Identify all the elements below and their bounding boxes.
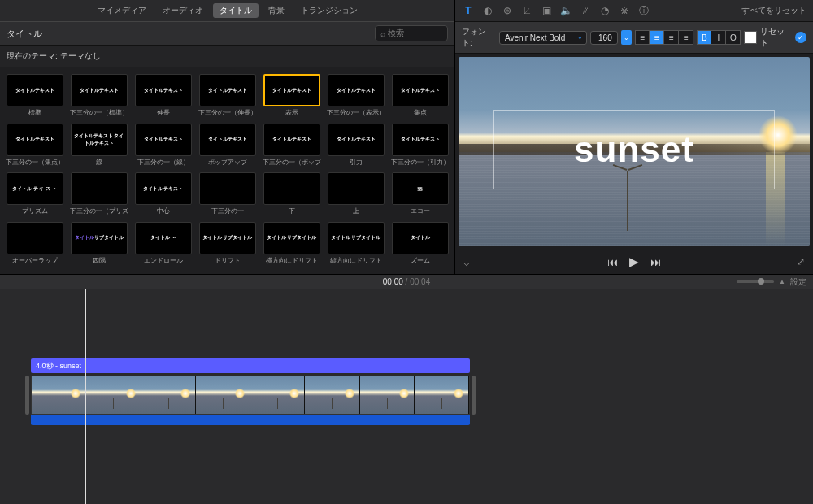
title-bounding-box[interactable]: sunset [493, 110, 775, 189]
title-preset-thumb: タイトルテキスト [135, 124, 192, 156]
title-preset-item[interactable]: タイトルテキスト下三分の一（引力） [389, 124, 451, 170]
title-preset-item[interactable]: タイトルズーム [389, 222, 451, 268]
time-current: 00:00 [383, 277, 403, 286]
title-preset-label: 下三分の一（伸長） [198, 108, 257, 117]
title-text[interactable]: sunset [574, 129, 694, 170]
stabilize-icon[interactable]: ▣ [540, 4, 553, 17]
timeline-body[interactable]: 4.0秒 - sunset [0, 289, 813, 504]
playhead[interactable] [85, 289, 86, 504]
title-preset-item[interactable]: タイトルテキスト表示 [260, 74, 323, 120]
audio-clip[interactable] [31, 415, 470, 425]
title-preset-thumb: タイトルテキスト [7, 124, 63, 156]
fullscreen-icon[interactable]: ⤢ [797, 256, 805, 267]
font-size-input[interactable]: 160 [590, 31, 618, 45]
title-preset-item[interactable]: タイトルテキスト下三分の一（表示） [324, 74, 387, 120]
title-preset-item[interactable]: —下三分の一 [196, 172, 259, 219]
crop-icon[interactable]: ⟀ [520, 4, 533, 17]
text-inspector-icon[interactable]: T [462, 4, 475, 17]
title-preset-thumb: タイトル [392, 222, 449, 254]
video-frame-thumb [86, 376, 141, 414]
mic-icon[interactable]: ⌵ [463, 256, 470, 268]
title-preset-label: プリズム [22, 206, 48, 215]
video-frame-thumb [196, 376, 250, 414]
settings-button[interactable]: 設定 [790, 276, 806, 288]
clip-handle-right[interactable] [472, 376, 476, 415]
reset-all-button[interactable]: すべてをリセット [741, 5, 806, 16]
align-left-button[interactable]: ≡ [635, 30, 650, 45]
info-icon[interactable]: ⓘ [637, 4, 650, 17]
clip-handle-left[interactable] [25, 376, 29, 415]
media-browser-panel: マイメディアオーディオタイトル背景トランジション タイトル ⌕ 検索 現在のテー… [0, 0, 455, 274]
title-preset-item[interactable]: オーバーラップ [3, 222, 66, 268]
video-clip[interactable] [31, 376, 470, 415]
title-preset-item[interactable]: タイトルテキスト下三分の一（伸長） [196, 74, 259, 120]
title-preset-item[interactable]: タイトル テキスト中心 [132, 172, 194, 219]
title-preset-label: ポップアップ [208, 158, 247, 167]
title-preset-item[interactable]: タイトルテキスト下三分の一（集点） [3, 124, 66, 170]
italic-button[interactable]: I [711, 30, 726, 45]
title-preset-thumb: タイトルテキスト タイトルテキスト [71, 124, 128, 156]
title-preset-label: 縦方向にドリフト [330, 256, 382, 265]
zoom-slider[interactable] [737, 280, 774, 283]
title-preset-item[interactable]: タイトルテキスト伸長 [132, 74, 194, 120]
bold-button[interactable]: B [697, 30, 711, 45]
align-justify-button[interactable]: ≡ [679, 30, 693, 45]
effects-icon[interactable]: ※ [618, 4, 631, 17]
prev-button[interactable]: ⏮ [607, 256, 618, 268]
preview-viewport[interactable]: sunset [459, 57, 810, 246]
volume-icon[interactable]: 🔈 [559, 4, 572, 17]
title-preset-thumb: タイトル サブタイトル [263, 222, 320, 254]
title-preset-item[interactable]: §§エコー [389, 172, 451, 219]
title-preset-item[interactable]: タイトル サブタイトルドリフト [196, 222, 259, 268]
title-preset-label: ズーム [411, 256, 430, 265]
title-preset-label: 横方向にドリフト [266, 256, 318, 265]
title-preset-item[interactable]: タイトルサブタイトル四隅 [67, 222, 130, 268]
title-preset-item[interactable]: タイトルテキスト標準 [3, 74, 66, 120]
title-preset-label: エコー [411, 206, 430, 215]
title-preset-label: 下三分の一（表示） [327, 108, 385, 117]
media-tab-4[interactable]: トランジション [294, 3, 364, 18]
color-icon[interactable]: ⊛ [501, 4, 514, 17]
align-right-button[interactable]: ≡ [664, 30, 679, 45]
title-preset-item[interactable]: タイトルテキストポップアップ [196, 124, 259, 170]
title-preset-item[interactable]: タイトルテキスト下三分の一（線） [132, 124, 194, 170]
media-tab-0[interactable]: マイメディア [91, 3, 153, 18]
media-tab-3[interactable]: 背景 [262, 3, 291, 18]
media-tab-1[interactable]: オーディオ [156, 3, 210, 18]
title-preset-label: 上 [353, 206, 359, 215]
font-select[interactable]: Avenir Next Bold ⌄ [499, 31, 587, 45]
title-preset-item[interactable]: タイトルテキスト下三分の一（標準） [67, 74, 130, 120]
speed-icon[interactable]: ◔ [598, 4, 611, 17]
title-preset-item[interactable]: タイトルテキスト下三分の一（ポップアップ） [260, 124, 323, 170]
video-frame-thumb [250, 376, 305, 414]
media-tab-2[interactable]: タイトル [213, 3, 259, 18]
title-clip[interactable]: 4.0秒 - sunset [31, 358, 470, 373]
title-preset-label: 伸長 [157, 108, 170, 117]
play-button[interactable]: ▶ [629, 254, 639, 269]
title-preset-item[interactable]: タイトルテキスト引力 [324, 124, 387, 170]
title-preset-thumb: タイトルテキスト [7, 74, 63, 106]
video-frame-thumb [141, 376, 196, 414]
outline-button[interactable]: O [726, 30, 741, 45]
title-preset-item[interactable]: タイトル サブタイトル縦方向にドリフト [324, 222, 387, 268]
noise-icon[interactable]: ⫽ [579, 4, 592, 17]
title-preset-item[interactable]: タイトルテキスト集点 [389, 74, 451, 120]
reset-button[interactable]: リセット ✓ [760, 26, 806, 49]
title-preset-label: 引力 [350, 158, 363, 167]
text-color-swatch[interactable] [744, 31, 757, 44]
next-button[interactable]: ⏭ [650, 256, 661, 268]
search-input[interactable]: ⌕ 検索 [375, 25, 448, 41]
title-preset-item[interactable]: —下 [260, 172, 323, 219]
title-preset-item[interactable]: 下三分の一（プリズム） [67, 172, 130, 219]
align-center-button[interactable]: ≡ [650, 30, 664, 45]
title-preset-item[interactable]: タイトル ···エンドロール [132, 222, 194, 268]
title-preset-thumb: タイトルテキスト [199, 124, 256, 156]
title-preset-item[interactable]: —上 [324, 172, 387, 219]
preview-panel: T ◐ ⊛ ⟀ ▣ 🔈 ⫽ ◔ ※ ⓘ すべてをリセット フォント: Aveni… [455, 0, 813, 274]
filter-icon[interactable]: ◐ [481, 4, 494, 17]
title-preset-label: 四隅 [93, 256, 106, 265]
font-size-stepper[interactable]: ⌄ [621, 30, 633, 45]
title-preset-item[interactable]: タイトル サブタイトル横方向にドリフト [260, 222, 323, 268]
title-preset-item[interactable]: タイトルテキスト タイトルテキスト線 [67, 124, 130, 170]
title-preset-item[interactable]: タイトル テ キ ス トプリズム [3, 172, 66, 219]
